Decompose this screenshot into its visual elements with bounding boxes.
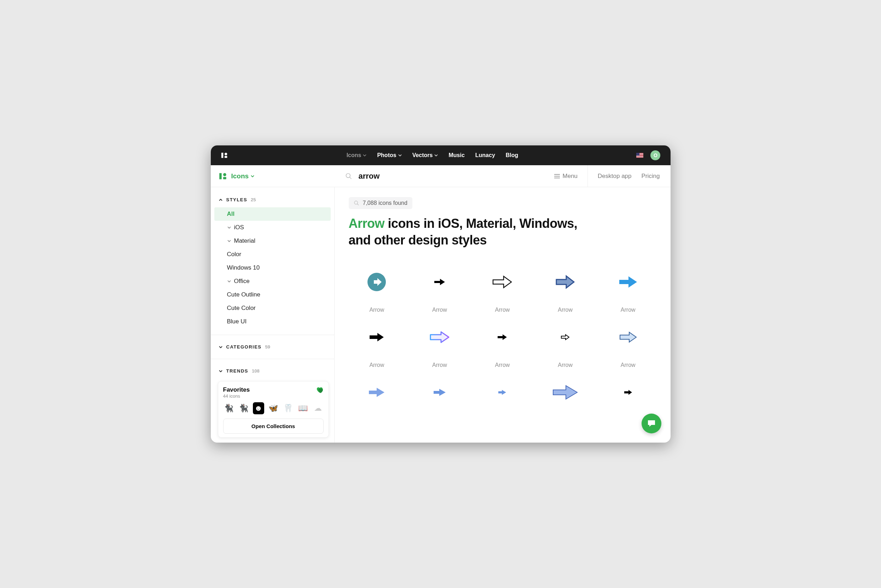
arrow-black-tiny2-icon [603, 375, 653, 410]
chevron-down-icon [363, 153, 366, 157]
tile-label: Arrow [432, 307, 447, 313]
nav-lunacy[interactable]: Lunacy [475, 152, 495, 159]
style-item-label: Cute Outline [227, 291, 261, 298]
favorites-head: Favorites 44 icons [223, 386, 324, 399]
tile-label: Arrow [495, 362, 510, 368]
arrow-black-bold-icon [352, 320, 402, 355]
secondbar: Icons Menu Desktop app [211, 165, 671, 187]
section-switcher[interactable]: Icons [231, 172, 255, 180]
open-collections-button[interactable]: Open Collections [223, 418, 324, 434]
brand-logo-icon[interactable] [221, 152, 228, 159]
nav-icons[interactable]: Icons [347, 152, 367, 159]
style-item-cute-outline[interactable]: Cute Outline [211, 288, 334, 302]
icon-tile[interactable] [600, 375, 656, 410]
trends-count: 108 [252, 368, 259, 374]
fav-icon-cat2[interactable]: 🐈‍⬛ [238, 402, 249, 414]
heart-icon[interactable] [316, 386, 324, 393]
svg-line-7 [349, 177, 351, 178]
fav-icon-book[interactable]: 📖 [297, 402, 309, 414]
pricing-link[interactable]: Pricing [641, 172, 660, 180]
menu-button[interactable]: Menu [554, 172, 578, 180]
divider [587, 165, 588, 187]
style-item-label: Windows 10 [227, 264, 260, 272]
svg-line-12 [357, 204, 359, 205]
icon-tile[interactable]: Arrow [600, 264, 656, 313]
chevron-down-icon [227, 239, 231, 243]
sidebar: STYLES 25 All iOS Material Color [211, 187, 334, 442]
user-avatar[interactable]: O [650, 150, 660, 160]
search-icon [354, 200, 359, 206]
icon-tile[interactable]: Arrow [411, 264, 468, 313]
chevron-down-icon [219, 369, 223, 373]
tile-label: Arrow [621, 362, 635, 368]
arrow-blue-tiny-icon [478, 375, 527, 410]
brand-green-logo-icon[interactable] [219, 172, 228, 181]
svg-point-1 [225, 153, 227, 155]
style-item-office[interactable]: Office [211, 274, 334, 288]
body: STYLES 25 All iOS Material Color [211, 187, 671, 442]
trends-label: TRENDS [226, 368, 248, 374]
desktop-app-link[interactable]: Desktop app [598, 172, 631, 180]
style-item-material[interactable]: Material [211, 234, 334, 248]
nav-music[interactable]: Music [448, 152, 464, 159]
chevron-down-icon [398, 153, 402, 157]
tile-label: Arrow [369, 307, 384, 313]
nav-vectors[interactable]: Vectors [412, 152, 438, 159]
nav-blog[interactable]: Blog [506, 152, 518, 159]
icon-tile[interactable] [537, 375, 593, 410]
categories-label: CATEGORIES [226, 344, 262, 350]
icon-tile[interactable]: Arrow [474, 264, 531, 313]
locale-flag-icon[interactable] [636, 153, 643, 158]
results-grid: Arrow Arrow Arrow [349, 264, 656, 410]
icon-tile[interactable]: Arrow [600, 320, 656, 368]
icon-tile[interactable]: Arrow [349, 264, 405, 313]
favorites-icons-row: 🐈‍⬛ 🐈‍⬛ ☻ 🦋 🦷 📖 ☁︎ [223, 402, 324, 414]
fav-icon-butterfly[interactable]: 🦋 [268, 402, 279, 414]
icon-tile[interactable]: Arrow [537, 264, 593, 313]
style-item-cute-color[interactable]: Cute Color [211, 302, 334, 315]
icon-tile[interactable]: Arrow [349, 320, 405, 368]
icon-tile[interactable] [349, 375, 405, 410]
chevron-down-icon [227, 225, 231, 230]
svg-point-6 [346, 173, 350, 178]
topbar: Icons Photos Vectors Music Lunacy Blog [211, 146, 671, 165]
style-item-ios[interactable]: iOS [211, 221, 334, 234]
style-item-all[interactable]: All [214, 207, 331, 221]
arrow-circle-teal-icon [352, 264, 402, 300]
section-switcher-label: Icons [231, 172, 249, 180]
style-item-label: Office [234, 278, 250, 285]
style-item-label: iOS [234, 224, 244, 231]
arrow-blue-small-icon [415, 375, 464, 410]
pricing-label: Pricing [641, 172, 660, 180]
arrow-blue-med-icon [352, 375, 402, 410]
search-input[interactable] [359, 172, 554, 181]
icon-tile[interactable] [474, 375, 531, 410]
svg-rect-2 [225, 156, 227, 158]
tile-label: Arrow [432, 362, 447, 368]
categories-section-head[interactable]: CATEGORIES 59 [211, 341, 334, 353]
style-item-windows10[interactable]: Windows 10 [211, 261, 334, 274]
fav-icon-cat[interactable]: 🐈‍⬛ [223, 402, 234, 414]
nav-blog-label: Blog [506, 152, 518, 159]
arrow-blue-outline-icon [541, 264, 590, 300]
icon-tile[interactable] [411, 375, 468, 410]
chat-fab[interactable] [641, 414, 661, 434]
favorites-panel: Favorites 44 icons 🐈‍⬛ 🐈‍⬛ ☻ 🦋 🦷 📖 ☁ [218, 381, 329, 438]
results-count-pill: 7,088 icons found [349, 197, 412, 209]
tile-label: Arrow [621, 307, 635, 313]
style-item-blue-ui[interactable]: Blue UI [211, 315, 334, 328]
results-count-text: 7,088 icons found [363, 200, 408, 206]
style-item-color[interactable]: Color [211, 248, 334, 261]
fav-icon-cloud[interactable]: ☁︎ [312, 402, 324, 414]
icon-tile[interactable]: Arrow [411, 320, 468, 368]
nav-photos[interactable]: Photos [377, 152, 402, 159]
svg-point-4 [223, 173, 226, 176]
svg-rect-5 [223, 177, 226, 179]
fav-icon-tooth[interactable]: 🦷 [283, 402, 294, 414]
nav-icons-label: Icons [347, 152, 361, 159]
icon-tile[interactable]: Arrow [474, 320, 531, 368]
fav-icon-camera[interactable]: ☻ [253, 402, 264, 414]
icon-tile[interactable]: Arrow [537, 320, 593, 368]
styles-section-head[interactable]: STYLES 25 [211, 194, 334, 206]
trends-section-head[interactable]: TRENDS 108 [211, 365, 334, 377]
